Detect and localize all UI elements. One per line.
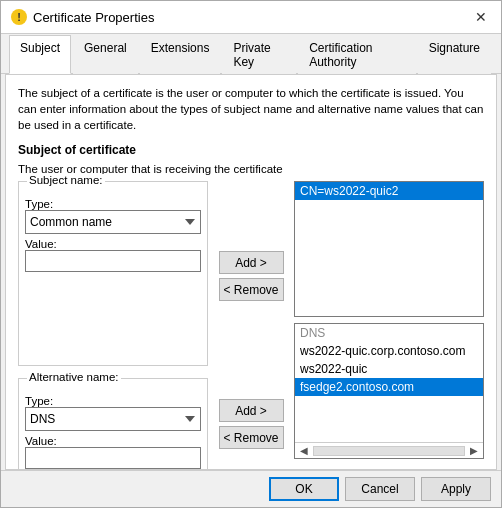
tab-general[interactable]: General xyxy=(73,35,138,74)
tabs-bar: Subject General Extensions Private Key C… xyxy=(1,34,501,74)
alt-list-item-2[interactable]: fsedge2.contoso.com xyxy=(295,378,483,396)
alt-type-label: Type: xyxy=(25,395,201,407)
remove-alt-button[interactable]: < Remove xyxy=(219,426,284,449)
alt-list-header: DNS xyxy=(295,324,483,342)
tab-extensions[interactable]: Extensions xyxy=(140,35,221,74)
value-label-1: Value: xyxy=(25,238,201,250)
add-alt-button[interactable]: Add > xyxy=(219,399,284,422)
subject-name-group: Subject name: Type: Common name Country … xyxy=(18,181,208,366)
subject-type-select[interactable]: Common name Country Locality Organizatio… xyxy=(25,210,201,234)
subject-list-item[interactable]: CN=ws2022-quic2 xyxy=(295,182,483,200)
alt-list-scrollbar[interactable]: ◀ ▶ xyxy=(295,442,483,458)
type-label-1: Type: xyxy=(25,198,201,210)
title-bar: ! Certificate Properties ✕ xyxy=(1,1,501,34)
scroll-track[interactable] xyxy=(313,446,465,456)
alt-name-label: Alternative name: xyxy=(27,371,121,383)
alt-name-group: Alternative name: Type: DNS Email IP UPN… xyxy=(18,378,208,470)
subject-cert-header: Subject of certificate xyxy=(18,143,484,157)
remove-subject-button[interactable]: < Remove xyxy=(219,278,284,301)
alt-list-spacer xyxy=(295,396,483,442)
tab-subject[interactable]: Subject xyxy=(9,35,71,74)
alt-list-item-1[interactable]: ws2022-quic xyxy=(295,360,483,378)
scroll-right-icon[interactable]: ▶ xyxy=(467,445,481,456)
main-content: The subject of a certificate is the user… xyxy=(5,74,497,470)
subject-list[interactable]: CN=ws2022-quic2 xyxy=(294,181,484,317)
alt-value-input[interactable] xyxy=(25,447,201,469)
ok-button[interactable]: OK xyxy=(269,477,339,501)
tab-signature[interactable]: Signature xyxy=(418,35,491,74)
title-bar-left: ! Certificate Properties xyxy=(11,9,154,25)
alt-list-container: DNS ws2022-quic.corp.contoso.com ws2022-… xyxy=(294,323,484,459)
cancel-button[interactable]: Cancel xyxy=(345,477,415,501)
cert-icon: ! xyxy=(11,9,27,25)
apply-button[interactable]: Apply xyxy=(421,477,491,501)
alt-value-label: Value: xyxy=(25,435,201,447)
add-subject-button[interactable]: Add > xyxy=(219,251,284,274)
tab-cert-authority[interactable]: Certification Authority xyxy=(298,35,416,74)
close-button[interactable]: ✕ xyxy=(471,7,491,27)
info-text: The subject of a certificate is the user… xyxy=(18,85,484,133)
subject-value-input[interactable] xyxy=(25,250,201,272)
dialog-title: Certificate Properties xyxy=(33,10,154,25)
alt-type-select[interactable]: DNS Email IP UPN xyxy=(25,407,201,431)
subject-name-label: Subject name: xyxy=(27,174,105,186)
certificate-properties-dialog: ! Certificate Properties ✕ Subject Gener… xyxy=(0,0,502,508)
tab-private-key[interactable]: Private Key xyxy=(222,35,296,74)
scroll-left-icon[interactable]: ◀ xyxy=(297,445,311,456)
alt-list-item-0[interactable]: ws2022-quic.corp.contoso.com xyxy=(295,342,483,360)
bottom-bar: OK Cancel Apply xyxy=(1,470,501,507)
